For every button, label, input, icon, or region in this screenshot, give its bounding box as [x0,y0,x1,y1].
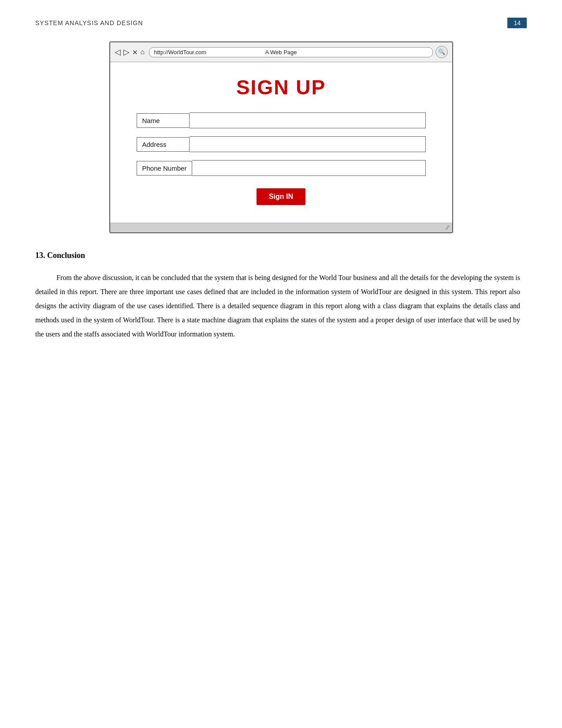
signup-title: SIGN UP [137,75,426,99]
page-header: SYSTEM ANALYSIS AND DESIGN 14 [35,18,527,28]
resize-handle-icon: ∕∕ [447,224,449,231]
search-button[interactable]: 🔍 [435,46,448,58]
form-area: SIGN UP Name Address Phone Number Sign I… [110,62,452,223]
address-bar[interactable] [149,47,432,57]
document-title: SYSTEM ANALYSIS AND DESIGN [35,19,143,26]
back-button[interactable]: ◁ [115,48,121,56]
conclusion-heading: 13. Conclusion [35,251,520,260]
browser-mockup: A Web Page ◁ ▷ ✕ ⌂ 🔍 SIGN UP Name Addres… [109,41,453,233]
phone-input[interactable] [192,160,425,176]
address-row: Address [137,136,426,152]
phone-row: Phone Number [137,160,426,176]
sign-in-btn-wrap: Sign IN [137,188,426,205]
close-button[interactable]: ✕ [132,49,138,56]
search-icon: 🔍 [438,49,445,56]
home-button[interactable]: ⌂ [141,49,145,56]
conclusion-section: 13. Conclusion From the above discussion… [35,251,520,341]
phone-label: Phone Number [137,161,193,175]
forward-button[interactable]: ▷ [123,48,130,56]
name-input[interactable] [190,112,426,128]
browser-toolbar: A Web Page ◁ ▷ ✕ ⌂ 🔍 [110,42,452,62]
name-row: Name [137,112,426,128]
conclusion-paragraph: From the above discussion, it can be con… [35,271,520,341]
name-label: Name [137,113,190,128]
address-input[interactable] [190,136,426,152]
sign-in-button[interactable]: Sign IN [257,188,305,205]
browser-statusbar: ∕∕ [110,223,452,232]
page-number: 14 [507,18,527,28]
address-label: Address [137,137,190,152]
